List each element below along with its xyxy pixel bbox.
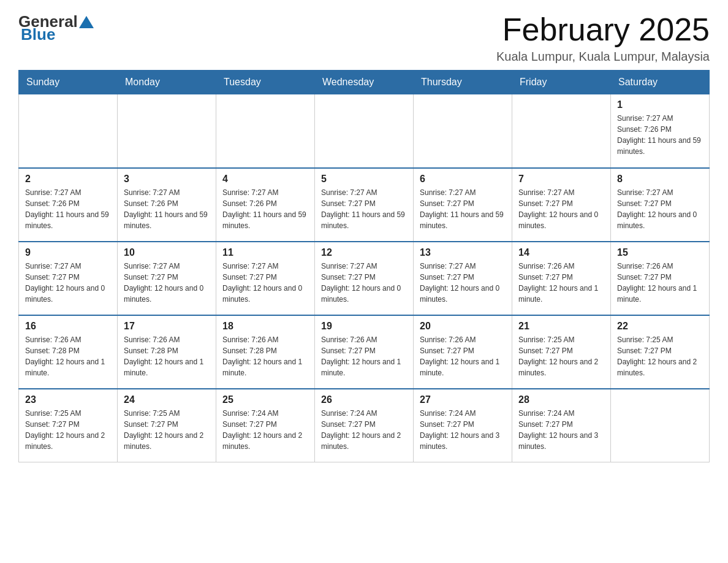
day-info: Sunrise: 7:27 AM Sunset: 7:26 PM Dayligh… bbox=[222, 187, 308, 231]
day-info: Sunrise: 7:26 AM Sunset: 7:27 PM Dayligh… bbox=[321, 334, 407, 378]
calendar-cell: 26Sunrise: 7:24 AM Sunset: 7:27 PM Dayli… bbox=[315, 389, 414, 462]
day-info: Sunrise: 7:25 AM Sunset: 7:27 PM Dayligh… bbox=[124, 408, 210, 452]
day-info: Sunrise: 7:26 AM Sunset: 7:28 PM Dayligh… bbox=[124, 334, 210, 378]
calendar-cell: 4Sunrise: 7:27 AM Sunset: 7:26 PM Daylig… bbox=[216, 168, 315, 242]
day-number: 26 bbox=[321, 394, 407, 405]
week-row-4: 16Sunrise: 7:26 AM Sunset: 7:28 PM Dayli… bbox=[19, 315, 710, 389]
day-info: Sunrise: 7:26 AM Sunset: 7:27 PM Dayligh… bbox=[420, 334, 506, 378]
day-number: 8 bbox=[617, 174, 703, 185]
day-number: 20 bbox=[420, 321, 506, 332]
calendar-cell: 27Sunrise: 7:24 AM Sunset: 7:27 PM Dayli… bbox=[414, 389, 512, 462]
calendar-cell: 14Sunrise: 7:26 AM Sunset: 7:27 PM Dayli… bbox=[512, 242, 611, 315]
calendar-cell: 18Sunrise: 7:26 AM Sunset: 7:28 PM Dayli… bbox=[216, 315, 315, 389]
calendar-cell: 12Sunrise: 7:27 AM Sunset: 7:27 PM Dayli… bbox=[315, 242, 414, 315]
week-row-3: 9Sunrise: 7:27 AM Sunset: 7:27 PM Daylig… bbox=[19, 242, 710, 315]
location-label: Kuala Lumpur, Kuala Lumpur, Malaysia bbox=[496, 50, 710, 64]
day-number: 1 bbox=[617, 99, 703, 110]
calendar-cell bbox=[512, 94, 611, 168]
day-info: Sunrise: 7:26 AM Sunset: 7:28 PM Dayligh… bbox=[222, 334, 308, 378]
day-info: Sunrise: 7:24 AM Sunset: 7:27 PM Dayligh… bbox=[321, 408, 407, 452]
calendar-cell bbox=[19, 94, 118, 168]
day-number: 28 bbox=[518, 394, 604, 405]
calendar-table: Sunday Monday Tuesday Wednesday Thursday… bbox=[18, 70, 710, 462]
calendar-cell: 24Sunrise: 7:25 AM Sunset: 7:27 PM Dayli… bbox=[118, 389, 216, 462]
day-info: Sunrise: 7:27 AM Sunset: 7:27 PM Dayligh… bbox=[222, 261, 308, 305]
day-number: 15 bbox=[617, 247, 703, 258]
day-info: Sunrise: 7:27 AM Sunset: 7:27 PM Dayligh… bbox=[518, 187, 604, 231]
day-info: Sunrise: 7:27 AM Sunset: 7:27 PM Dayligh… bbox=[321, 187, 407, 231]
calendar-cell: 5Sunrise: 7:27 AM Sunset: 7:27 PM Daylig… bbox=[315, 168, 414, 242]
day-number: 13 bbox=[420, 247, 506, 258]
day-info: Sunrise: 7:24 AM Sunset: 7:27 PM Dayligh… bbox=[518, 408, 604, 452]
day-info: Sunrise: 7:27 AM Sunset: 7:26 PM Dayligh… bbox=[617, 113, 703, 157]
calendar-cell: 17Sunrise: 7:26 AM Sunset: 7:28 PM Dayli… bbox=[118, 315, 216, 389]
day-number: 14 bbox=[518, 247, 604, 258]
col-saturday: Saturday bbox=[611, 71, 710, 94]
calendar-cell: 19Sunrise: 7:26 AM Sunset: 7:27 PM Dayli… bbox=[315, 315, 414, 389]
day-info: Sunrise: 7:27 AM Sunset: 7:27 PM Dayligh… bbox=[420, 261, 506, 305]
col-tuesday: Tuesday bbox=[216, 71, 315, 94]
calendar-cell: 25Sunrise: 7:24 AM Sunset: 7:27 PM Dayli… bbox=[216, 389, 315, 462]
day-info: Sunrise: 7:26 AM Sunset: 7:28 PM Dayligh… bbox=[25, 334, 111, 378]
calendar-header-row: Sunday Monday Tuesday Wednesday Thursday… bbox=[19, 71, 710, 94]
logo-triangle-icon bbox=[79, 16, 94, 28]
calendar-cell: 10Sunrise: 7:27 AM Sunset: 7:27 PM Dayli… bbox=[118, 242, 216, 315]
page-header: General Blue February 2025 Kuala Lumpur,… bbox=[18, 12, 710, 64]
calendar-cell: 2Sunrise: 7:27 AM Sunset: 7:26 PM Daylig… bbox=[19, 168, 118, 242]
day-info: Sunrise: 7:25 AM Sunset: 7:27 PM Dayligh… bbox=[25, 408, 111, 452]
day-info: Sunrise: 7:27 AM Sunset: 7:27 PM Dayligh… bbox=[321, 261, 407, 305]
day-info: Sunrise: 7:27 AM Sunset: 7:26 PM Dayligh… bbox=[25, 187, 111, 231]
day-info: Sunrise: 7:27 AM Sunset: 7:26 PM Dayligh… bbox=[124, 187, 210, 231]
calendar-cell bbox=[315, 94, 414, 168]
calendar-cell: 6Sunrise: 7:27 AM Sunset: 7:27 PM Daylig… bbox=[414, 168, 512, 242]
day-info: Sunrise: 7:27 AM Sunset: 7:27 PM Dayligh… bbox=[617, 187, 703, 231]
week-row-1: 1Sunrise: 7:27 AM Sunset: 7:26 PM Daylig… bbox=[19, 94, 710, 168]
day-number: 4 bbox=[222, 174, 308, 185]
col-thursday: Thursday bbox=[414, 71, 512, 94]
calendar-cell: 16Sunrise: 7:26 AM Sunset: 7:28 PM Dayli… bbox=[19, 315, 118, 389]
day-number: 24 bbox=[124, 394, 210, 405]
day-number: 21 bbox=[518, 321, 604, 332]
col-wednesday: Wednesday bbox=[315, 71, 414, 94]
day-number: 16 bbox=[25, 321, 111, 332]
day-number: 27 bbox=[420, 394, 506, 405]
day-number: 2 bbox=[25, 174, 111, 185]
day-number: 11 bbox=[222, 247, 308, 258]
day-number: 5 bbox=[321, 174, 407, 185]
day-info: Sunrise: 7:25 AM Sunset: 7:27 PM Dayligh… bbox=[518, 334, 604, 378]
col-sunday: Sunday bbox=[19, 71, 118, 94]
day-info: Sunrise: 7:27 AM Sunset: 7:27 PM Dayligh… bbox=[25, 261, 111, 305]
day-number: 9 bbox=[25, 247, 111, 258]
week-row-2: 2Sunrise: 7:27 AM Sunset: 7:26 PM Daylig… bbox=[19, 168, 710, 242]
calendar-cell: 9Sunrise: 7:27 AM Sunset: 7:27 PM Daylig… bbox=[19, 242, 118, 315]
day-number: 23 bbox=[25, 394, 111, 405]
calendar-cell: 28Sunrise: 7:24 AM Sunset: 7:27 PM Dayli… bbox=[512, 389, 611, 462]
week-row-5: 23Sunrise: 7:25 AM Sunset: 7:27 PM Dayli… bbox=[19, 389, 710, 462]
day-number: 18 bbox=[222, 321, 308, 332]
calendar-cell: 15Sunrise: 7:26 AM Sunset: 7:27 PM Dayli… bbox=[611, 242, 710, 315]
calendar-cell: 3Sunrise: 7:27 AM Sunset: 7:26 PM Daylig… bbox=[118, 168, 216, 242]
calendar-cell: 7Sunrise: 7:27 AM Sunset: 7:27 PM Daylig… bbox=[512, 168, 611, 242]
day-number: 3 bbox=[124, 174, 210, 185]
calendar-cell bbox=[414, 94, 512, 168]
calendar-cell bbox=[216, 94, 315, 168]
calendar-cell: 13Sunrise: 7:27 AM Sunset: 7:27 PM Dayli… bbox=[414, 242, 512, 315]
logo: General Blue bbox=[18, 12, 95, 44]
day-number: 12 bbox=[321, 247, 407, 258]
day-number: 17 bbox=[124, 321, 210, 332]
col-monday: Monday bbox=[118, 71, 216, 94]
day-info: Sunrise: 7:27 AM Sunset: 7:27 PM Dayligh… bbox=[124, 261, 210, 305]
day-info: Sunrise: 7:27 AM Sunset: 7:27 PM Dayligh… bbox=[420, 187, 506, 231]
day-number: 19 bbox=[321, 321, 407, 332]
calendar-cell: 20Sunrise: 7:26 AM Sunset: 7:27 PM Dayli… bbox=[414, 315, 512, 389]
calendar-cell: 1Sunrise: 7:27 AM Sunset: 7:26 PM Daylig… bbox=[611, 94, 710, 168]
day-number: 7 bbox=[518, 174, 604, 185]
col-friday: Friday bbox=[512, 71, 611, 94]
month-title: February 2025 bbox=[496, 12, 710, 47]
day-info: Sunrise: 7:26 AM Sunset: 7:27 PM Dayligh… bbox=[617, 261, 703, 305]
day-number: 22 bbox=[617, 321, 703, 332]
calendar-cell: 8Sunrise: 7:27 AM Sunset: 7:27 PM Daylig… bbox=[611, 168, 710, 242]
calendar-cell: 11Sunrise: 7:27 AM Sunset: 7:27 PM Dayli… bbox=[216, 242, 315, 315]
calendar-cell: 22Sunrise: 7:25 AM Sunset: 7:27 PM Dayli… bbox=[611, 315, 710, 389]
day-info: Sunrise: 7:26 AM Sunset: 7:27 PM Dayligh… bbox=[518, 261, 604, 305]
